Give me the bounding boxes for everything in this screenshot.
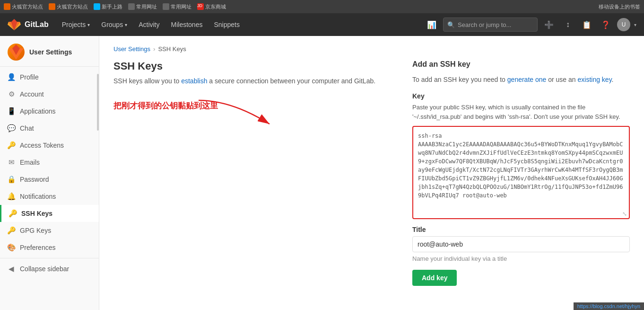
add-ssh-title: Add an SSH key [412, 60, 630, 69]
breadcrumb-current: SSH Keys [158, 45, 186, 53]
generate-link[interactable]: generate one [507, 76, 547, 83]
page-title: SSH Keys [113, 60, 393, 72]
green-scrollbar [99, 235, 99, 251]
applications-icon: 📱 [8, 107, 15, 115]
title-input[interactable] [412, 236, 630, 252]
plus-icon-btn[interactable]: ➕ [541, 17, 557, 32]
content-area: User Settings › SSH Keys SSH Keys SSH ke… [99, 36, 644, 310]
annotation-arrow [194, 96, 288, 133]
sidebar-item-notifications[interactable]: 🔔 Notifications [0, 188, 99, 205]
issues-icon-btn[interactable]: 📋 [579, 17, 594, 32]
account-icon: ⚙ [8, 90, 15, 98]
fox-favicon-1 [4, 3, 10, 10]
add-key-button[interactable]: Add key [412, 270, 457, 286]
preferences-icon: 🎨 [8, 244, 15, 251]
mobile-bookmarks: 移动设备上的书签 [599, 3, 640, 10]
establish-link[interactable]: establish [181, 77, 207, 85]
bookmark-2[interactable]: 火狐官方站点 [49, 3, 88, 10]
sidebar-header: User Settings [0, 36, 99, 64]
nav-snippets[interactable]: Snippets [208, 13, 245, 36]
bookmark-3[interactable]: 新手上路 [94, 3, 122, 10]
title-hint: Name your individual key via a title [412, 255, 630, 262]
nav-projects[interactable]: Projects▾ [56, 13, 96, 36]
sidebar: User Settings 👤 Profile ⚙ Account 📱 Appl… [0, 36, 99, 310]
gitlab-logo[interactable]: GitLab [8, 18, 49, 31]
col-left: SSH Keys SSH keys allow you to establish… [113, 60, 393, 286]
key-hint: Paste your public SSH key, which is usua… [412, 103, 630, 121]
status-bar: https://blog.csdn.net/hjyhyn [574, 302, 644, 310]
page-desc: SSH keys allow you to establish a secure… [113, 76, 393, 86]
sidebar-item-profile[interactable]: 👤 Profile [0, 69, 99, 86]
jd-favicon: JD [197, 3, 204, 10]
search-placeholder: Search or jump to... [458, 21, 511, 28]
search-bar[interactable]: 🔍 Search or jump to... [443, 18, 538, 32]
bookmark-1[interactable]: 火狐官方站点 [4, 3, 43, 10]
new-favicon [94, 3, 100, 10]
scroll-indicator [97, 74, 99, 131]
common-favicon-1 [128, 3, 135, 10]
ssh-keys-icon: 🔑 [9, 210, 17, 217]
gitlab-logo-icon [8, 18, 21, 31]
col-right: Add an SSH key To add an SSH key you nee… [412, 60, 630, 286]
sidebar-item-emails[interactable]: ✉ Emails [0, 154, 99, 171]
bookmark-4[interactable]: 常用网址 [128, 3, 157, 10]
profile-icon: 👤 [8, 73, 15, 81]
emails-icon: ✉ [8, 159, 15, 166]
sidebar-divider [0, 66, 99, 67]
notifications-icon: 🔔 [8, 193, 15, 200]
sidebar-item-preferences[interactable]: 🎨 Preferences [0, 239, 99, 256]
search-icon: 🔍 [447, 21, 455, 28]
gpg-keys-icon: 🔑 [8, 227, 15, 234]
breadcrumb-separator: › [153, 45, 155, 53]
sidebar-item-account[interactable]: ⚙ Account [0, 86, 99, 103]
breadcrumb-parent[interactable]: User Settings [113, 45, 150, 53]
add-ssh-desc: To add an SSH key you need to generate o… [412, 74, 630, 85]
browser-bar: 火狐官方站点 火狐官方站点 新手上路 常用网址 常用网址 JD 京东商城 移动设… [0, 0, 644, 13]
common-favicon-2 [163, 3, 169, 10]
access-tokens-icon: 🔑 [8, 142, 15, 149]
password-icon: 🔒 [8, 176, 15, 183]
sidebar-item-applications[interactable]: 📱 Applications [0, 103, 99, 120]
sidebar-item-ssh-keys[interactable]: 🔑 SSH Keys [0, 205, 99, 222]
sidebar-divider-2 [0, 258, 99, 258]
key-label: Key [412, 92, 630, 100]
avatar-caret[interactable]: ▾ [634, 22, 636, 27]
nav-right: 📊 🔍 Search or jump to... ➕ ↕ 📋 ❓ U ▾ [424, 17, 636, 32]
title-label: Title [412, 226, 630, 233]
sidebar-item-password[interactable]: 🔒 Password [0, 171, 99, 188]
collapse-icon: ◀ [8, 265, 15, 273]
user-avatar[interactable]: U [617, 18, 630, 31]
nav-activity[interactable]: Activity [133, 13, 165, 36]
nav-milestones[interactable]: Milestones [165, 13, 209, 36]
sidebar-avatar [8, 44, 25, 61]
sidebar-title: User Settings [29, 48, 72, 56]
bookmark-5[interactable]: 常用网址 [163, 3, 191, 10]
bookmark-6[interactable]: JD 京东商城 [197, 3, 226, 10]
chart-icon-btn[interactable]: 📊 [424, 17, 439, 32]
breadcrumb: User Settings › SSH Keys [113, 45, 630, 53]
help-icon-btn[interactable]: ❓ [598, 17, 613, 32]
sidebar-item-chat[interactable]: 💬 Chat [0, 120, 99, 137]
main-layout: User Settings 👤 Profile ⚙ Account 📱 Appl… [0, 36, 644, 310]
key-textarea[interactable]: ssh-rsa AAAAB3NzaC1yc2EAAAADAQABAAABAQc3… [418, 132, 624, 212]
fox-favicon-2 [49, 3, 55, 10]
sidebar-collapse[interactable]: ◀ Collapse sidebar [0, 260, 99, 277]
textarea-resize-icon: ⤡ [622, 211, 627, 217]
annotation-container: 把刚才得到的公钥黏贴到这里 [113, 100, 393, 111]
two-col-layout: SSH Keys SSH keys allow you to establish… [113, 60, 630, 286]
chat-icon: 💬 [8, 124, 15, 132]
sidebar-item-access-tokens[interactable]: 🔑 Access Tokens [0, 137, 99, 154]
existing-link[interactable]: existing key [578, 76, 612, 83]
merge-request-icon-btn[interactable]: ↕ [560, 17, 575, 32]
key-textarea-wrapper: ssh-rsa AAAAB3NzaC1yc2EAAAADAQABAAABAQc3… [412, 126, 630, 219]
sidebar-item-gpg-keys[interactable]: 🔑 GPG Keys [0, 222, 99, 239]
gitlab-nav: GitLab Projects▾ Groups▾ Activity Milest… [0, 13, 644, 36]
nav-groups[interactable]: Groups▾ [96, 13, 133, 36]
